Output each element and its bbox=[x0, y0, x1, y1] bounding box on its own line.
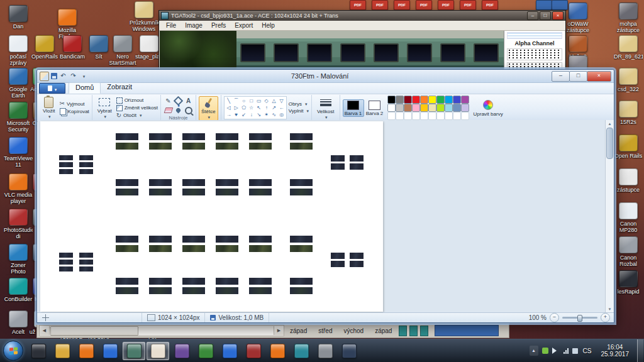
text-tool[interactable]: A bbox=[184, 97, 193, 106]
paint-close-button[interactable]: × bbox=[587, 71, 611, 82]
desktop-icon[interactable] bbox=[536, 0, 552, 10]
tab-zobrazit[interactable]: Zobrazit bbox=[101, 82, 138, 92]
palette-swatch[interactable] bbox=[396, 96, 404, 104]
crop-button[interactable]: Oříznout bbox=[116, 97, 158, 104]
clock[interactable]: 16:04 25.9.2017 bbox=[601, 344, 630, 358]
palette-swatch-empty[interactable] bbox=[412, 112, 420, 120]
palette-swatch[interactable] bbox=[428, 104, 436, 112]
shape-option[interactable]: ∿ bbox=[270, 111, 278, 118]
palette-swatch-empty[interactable] bbox=[396, 112, 404, 120]
copy-button[interactable]: Kopírovat bbox=[60, 108, 89, 115]
strip-label[interactable]: střed bbox=[318, 327, 332, 334]
taskbar-button-vlc[interactable] bbox=[266, 342, 289, 360]
redo-button[interactable]: ↷ bbox=[69, 72, 77, 80]
paste-button[interactable]: Vložit bbox=[40, 96, 58, 120]
network-icon[interactable] bbox=[564, 348, 569, 354]
shape-option[interactable]: ▭ bbox=[255, 97, 263, 104]
scroll-right-arrow[interactable]: ▶ bbox=[274, 326, 284, 335]
magnifier-tool[interactable] bbox=[184, 106, 193, 115]
brushes-button[interactable]: Štětce bbox=[199, 96, 218, 121]
shape-option[interactable]: ↘ bbox=[255, 111, 263, 118]
size-button[interactable]: Velikost bbox=[314, 96, 337, 121]
palette-swatch[interactable] bbox=[461, 104, 469, 112]
palette-swatch[interactable] bbox=[404, 96, 412, 104]
taskbar-button-media-player[interactable] bbox=[99, 342, 121, 360]
taskbar-button-app-gray[interactable] bbox=[314, 342, 336, 360]
strip-selected-cell[interactable] bbox=[435, 325, 499, 336]
desktop-icon[interactable]: OpenRails bbox=[30, 35, 59, 60]
shape-option[interactable]: ╲ bbox=[225, 97, 233, 104]
volume-icon[interactable] bbox=[552, 348, 560, 354]
palette-swatch-empty[interactable] bbox=[428, 112, 436, 120]
strip-cell[interactable] bbox=[420, 326, 428, 336]
desktop-icon[interactable]: PDF bbox=[438, 0, 454, 10]
palette-swatch[interactable] bbox=[453, 104, 461, 112]
palette-swatch[interactable] bbox=[445, 104, 453, 112]
tgatool-menu-image[interactable]: Image bbox=[180, 22, 207, 29]
pencil-tool[interactable]: ✎ bbox=[164, 97, 173, 106]
palette-swatch[interactable] bbox=[420, 96, 428, 104]
horizontal-scrollbar[interactable]: ◀ ▶ bbox=[39, 325, 284, 336]
outline-button[interactable]: Obrys bbox=[289, 101, 309, 107]
desktop-icon[interactable]: PDF bbox=[416, 0, 432, 10]
strip-label[interactable]: východ bbox=[343, 327, 364, 334]
paint-maximize-button[interactable]: □ bbox=[569, 71, 587, 82]
tgatool-menu-help[interactable]: Help bbox=[257, 22, 279, 29]
strip-cell[interactable] bbox=[399, 326, 407, 336]
desktop-icon[interactable]: mohpa zástupce bbox=[614, 3, 643, 33]
desktop-icon[interactable]: Dan bbox=[4, 5, 33, 30]
taskbar-button-app-teal[interactable] bbox=[290, 342, 313, 360]
taskbar-button-app-purple[interactable] bbox=[170, 342, 193, 360]
desktop-icon[interactable]: Průzkumník Windows bbox=[130, 1, 158, 32]
desktop-icon[interactable]: csd_322 bbox=[614, 68, 643, 92]
tgatool-maximize-button[interactable]: □ bbox=[540, 11, 551, 20]
palette-swatch[interactable] bbox=[436, 96, 445, 104]
palette-swatch[interactable] bbox=[461, 96, 469, 104]
palette-swatch-empty[interactable] bbox=[461, 112, 469, 120]
taskbar-button-tgatool[interactable] bbox=[123, 342, 145, 360]
show-hidden-icons-button[interactable]: ▴ bbox=[530, 346, 538, 356]
taskbar-button-paint[interactable] bbox=[147, 342, 169, 360]
fill-button[interactable]: Vyplnit bbox=[289, 108, 309, 114]
tgatool-menu-export[interactable]: Export bbox=[230, 22, 257, 29]
shape-option[interactable]: ↖ bbox=[255, 104, 263, 111]
language-indicator[interactable]: CS bbox=[582, 348, 593, 354]
zoom-slider-thumb[interactable] bbox=[577, 315, 582, 322]
taskbar-button-app-navy[interactable] bbox=[338, 342, 360, 360]
vertical-scrollbar[interactable]: ▲ ▼ bbox=[605, 120, 614, 313]
picker-tool[interactable] bbox=[174, 106, 183, 115]
palette-swatch[interactable] bbox=[412, 104, 420, 112]
palette-swatch[interactable] bbox=[420, 104, 428, 112]
palette-swatch-empty[interactable] bbox=[420, 112, 428, 120]
palette-swatch[interactable] bbox=[428, 96, 436, 104]
palette-swatch-empty[interactable] bbox=[387, 112, 396, 120]
desktop-icon[interactable]: Canon MP280 zást bbox=[614, 202, 643, 234]
desktop-icon[interactable]: 15R2s bbox=[614, 101, 643, 125]
action-center-icon[interactable] bbox=[572, 348, 578, 354]
taskbar-button-openrails[interactable] bbox=[194, 342, 217, 360]
zoom-out-button[interactable]: − bbox=[550, 313, 559, 322]
shape-option[interactable]: ↑ bbox=[263, 104, 270, 111]
paint-menu-button[interactable] bbox=[39, 83, 65, 94]
tab-domů[interactable]: Domů bbox=[69, 82, 101, 94]
shape-option[interactable]: ◇ bbox=[263, 97, 270, 104]
desktop-icon[interactable]: Bandicam bbox=[58, 35, 87, 60]
tgatool-minimize-button[interactable]: – bbox=[527, 11, 538, 20]
paint-canvas[interactable] bbox=[40, 121, 383, 312]
desktop-icon[interactable]: Canon Rozbal bbox=[614, 236, 643, 267]
color1-button[interactable]: Barva 1 bbox=[343, 99, 364, 117]
edit-colors-button[interactable]: Upravit barvy bbox=[471, 99, 506, 118]
desktop-icon[interactable]: Open Rails bbox=[614, 134, 643, 159]
taskbar-button-firefox[interactable] bbox=[75, 342, 97, 360]
shape-option[interactable]: ← bbox=[278, 104, 286, 111]
shape-option[interactable]: ↙ bbox=[240, 111, 248, 118]
palette-swatch[interactable] bbox=[412, 96, 420, 104]
palette-swatch[interactable] bbox=[396, 104, 404, 112]
palette-swatch[interactable] bbox=[453, 96, 461, 104]
fill-tool[interactable] bbox=[174, 97, 183, 106]
show-desktop-button[interactable] bbox=[637, 339, 643, 362]
desktop-icon[interactable] bbox=[552, 0, 568, 10]
desktop-icon[interactable]: PDF bbox=[350, 0, 366, 10]
palette-swatch[interactable] bbox=[387, 96, 396, 104]
strip-label[interactable]: západ bbox=[290, 327, 307, 334]
